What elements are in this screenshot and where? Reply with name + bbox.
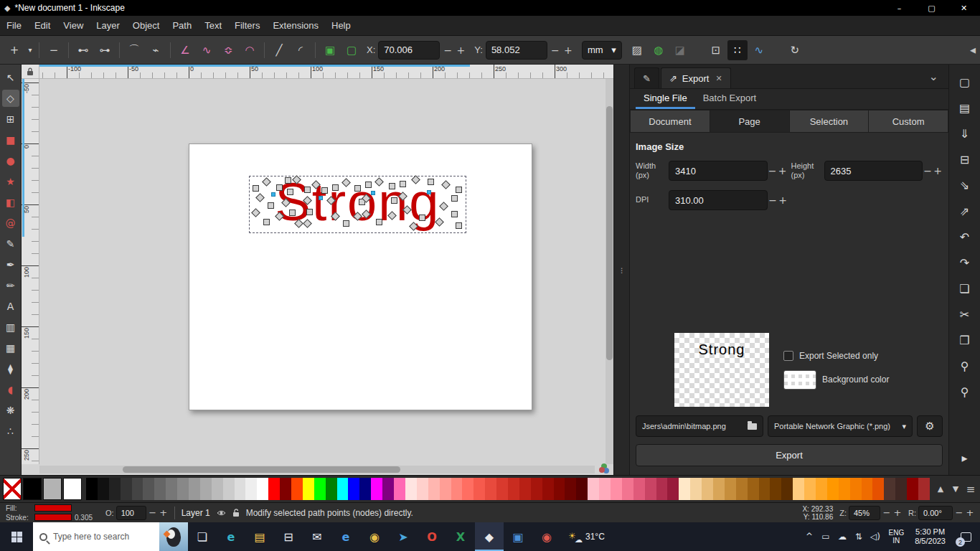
spray-tool-icon[interactable]: ∴ <box>2 423 19 440</box>
export-mode-tab-single-file[interactable]: Single File <box>636 89 695 109</box>
palette-swatch[interactable] <box>884 478 895 500</box>
palette-swatch[interactable] <box>531 478 542 500</box>
path-node[interactable] <box>427 190 431 194</box>
taskbar-app-microsoft-store[interactable]: ⊟ <box>274 522 303 551</box>
notification-center-button[interactable]: 2 <box>951 522 980 551</box>
scrollbar-thumb[interactable] <box>123 466 400 473</box>
path-node[interactable] <box>451 195 458 202</box>
menu-file[interactable]: File <box>0 16 28 35</box>
path-node[interactable] <box>332 184 339 191</box>
palette-swatch[interactable] <box>268 478 280 500</box>
white-swatch[interactable] <box>63 478 82 500</box>
show-transform-handles-icon[interactable]: ⊡ <box>706 40 726 60</box>
path-node[interactable] <box>251 209 260 218</box>
palette-swatch[interactable] <box>394 478 405 500</box>
path-node[interactable] <box>419 215 425 221</box>
palette-swatch[interactable] <box>337 478 349 500</box>
path-node[interactable] <box>343 220 349 227</box>
hidden-icons-chevron[interactable]: ^ <box>801 532 818 542</box>
show-bezier-handles-icon[interactable]: ∷ <box>727 40 748 60</box>
width-decrement-button[interactable]: − <box>768 165 778 176</box>
palette-swatch[interactable] <box>473 478 485 500</box>
path-node[interactable] <box>451 211 458 217</box>
chevron-down-icon[interactable]: ⌄ <box>919 70 948 83</box>
dpi-decrement-button[interactable]: − <box>768 194 778 206</box>
palette-swatch[interactable] <box>599 478 611 500</box>
palette-swatch[interactable] <box>496 478 508 500</box>
redo-icon[interactable]: ↷ <box>953 252 977 274</box>
network-icon[interactable]: ⇅ <box>851 532 867 542</box>
print-icon[interactable]: ⊟ <box>953 149 977 171</box>
path-node[interactable] <box>400 181 406 187</box>
palette-swatch[interactable] <box>428 478 440 500</box>
palette-swatch[interactable] <box>280 478 291 500</box>
path-node[interactable] <box>289 209 296 216</box>
palette-swatch[interactable] <box>633 478 645 500</box>
selector-tool-icon[interactable]: ↖ <box>2 69 19 86</box>
path-node[interactable] <box>439 202 448 211</box>
path-node[interactable] <box>365 182 372 188</box>
taskbar-weather[interactable]: ☀☁ 31°C <box>561 531 612 542</box>
palette-swatch[interactable] <box>166 478 177 500</box>
palette-swatch[interactable] <box>690 478 702 500</box>
path-node[interactable] <box>319 196 323 200</box>
palette-swatch[interactable] <box>132 478 143 500</box>
delete-segment-icon[interactable]: ⌁ <box>146 40 166 60</box>
width-increment-button[interactable]: + <box>778 165 788 176</box>
taskbar-app-inkscape[interactable]: ◆ <box>475 522 504 551</box>
menu-filters[interactable]: Filters <box>228 16 266 35</box>
save-document-icon[interactable]: ⇓ <box>953 123 977 145</box>
taskbar-app-chrome[interactable]: ◉ <box>360 522 389 551</box>
path-node[interactable] <box>441 181 451 190</box>
rectangle-tool-icon[interactable]: ■ <box>2 131 19 149</box>
onedrive-icon[interactable]: ☁ <box>834 532 851 542</box>
path-node[interactable] <box>391 197 397 204</box>
path-node[interactable] <box>389 183 395 189</box>
segment-to-line-icon[interactable]: ╱ <box>269 40 289 60</box>
menu-object[interactable]: Object <box>126 16 166 35</box>
y-increment-button[interactable]: + <box>563 44 573 56</box>
palette-swatch[interactable] <box>257 478 268 500</box>
path-node[interactable] <box>285 177 291 184</box>
palette-swatch[interactable] <box>907 478 918 500</box>
search-highlight-image[interactable] <box>159 522 188 551</box>
export-mode-tab-batch-export[interactable]: Batch Export <box>695 89 764 109</box>
palette-swatch[interactable] <box>405 478 417 500</box>
scrollbar-thumb[interactable] <box>606 106 613 360</box>
export-selected-only-option[interactable]: Export Selected only <box>783 351 889 361</box>
palette-swatch[interactable] <box>736 478 748 500</box>
palette-swatch[interactable] <box>748 478 759 500</box>
rotation-decrement-button[interactable]: − <box>955 507 963 518</box>
maximize-button[interactable]: ▢ <box>915 0 948 16</box>
taskbar-clock[interactable]: 5:30 PM 8/5/2023 <box>909 527 951 546</box>
export-area-tab-page[interactable]: Page <box>710 110 790 133</box>
zoom-drawing-icon[interactable]: ⚲ <box>953 355 977 377</box>
palette-swatch[interactable] <box>519 478 531 500</box>
layer-visibility-eye-icon[interactable] <box>217 509 226 517</box>
path-node[interactable] <box>321 187 328 194</box>
palette-swatch[interactable] <box>212 478 223 500</box>
height-increment-button[interactable]: + <box>933 165 943 176</box>
menu-extensions[interactable]: Extensions <box>266 16 325 35</box>
stroke-color-swatch[interactable] <box>34 514 72 521</box>
palette-swatch[interactable] <box>417 478 428 500</box>
path-node[interactable] <box>276 184 283 191</box>
stroke-to-path-icon[interactable]: ▢ <box>341 40 362 60</box>
export-area-tab-custom[interactable]: Custom <box>869 110 948 133</box>
path-node[interactable] <box>456 222 462 229</box>
zoom-input[interactable]: 45% <box>849 506 880 520</box>
menu-view[interactable]: View <box>57 16 90 35</box>
taskbar-app-edge-blue[interactable]: e <box>331 522 360 551</box>
palette-swatch[interactable] <box>143 478 154 500</box>
horizontal-scrollbar[interactable] <box>39 466 595 474</box>
palette-swatch[interactable] <box>98 478 109 500</box>
palette-swatch[interactable] <box>611 478 622 500</box>
node-x-input[interactable]: 70.006 <box>378 41 440 60</box>
palette-swatch[interactable] <box>109 478 121 500</box>
vertical-ruler[interactable]: -50050100150200250 <box>22 79 39 464</box>
palette-swatch[interactable] <box>862 478 873 500</box>
fill-color-swatch[interactable] <box>34 504 72 512</box>
edit-clip-path-icon[interactable]: ▨ <box>627 40 647 60</box>
path-node[interactable] <box>304 187 311 193</box>
opacity-increment-button[interactable]: + <box>159 507 168 518</box>
